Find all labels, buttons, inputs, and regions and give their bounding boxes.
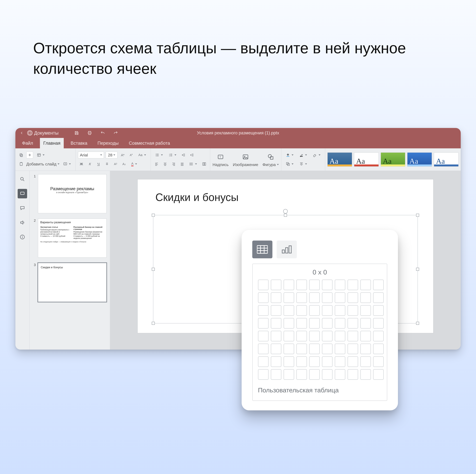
align-right-button[interactable] [170, 160, 177, 167]
font-size-select[interactable]: 28 [106, 152, 118, 158]
resize-handle[interactable] [152, 322, 155, 325]
grid-cell[interactable] [284, 356, 294, 367]
grid-cell[interactable] [309, 318, 320, 329]
menu-file[interactable]: Файл [19, 138, 36, 148]
grid-cell[interactable] [284, 369, 294, 380]
align-justify-button[interactable] [179, 160, 186, 167]
strike-button[interactable]: Т [103, 160, 110, 167]
grid-cell[interactable] [258, 344, 269, 354]
grid-cell[interactable] [360, 318, 371, 329]
grid-cell[interactable] [271, 356, 281, 367]
theme-option[interactable]: Aa [381, 152, 405, 167]
slide-thumbnail-selected[interactable]: Скидки и бонусы [38, 263, 107, 302]
grid-cell[interactable] [335, 356, 345, 367]
menu-collaborate[interactable]: Совместная работа [126, 138, 173, 148]
grid-cell[interactable] [360, 280, 371, 290]
grid-cell[interactable] [309, 280, 320, 290]
grid-cell[interactable] [296, 318, 307, 329]
resize-handle[interactable] [284, 214, 287, 217]
outline-color-button[interactable] [297, 152, 309, 158]
grid-cell[interactable] [360, 292, 371, 303]
grid-cell[interactable] [322, 292, 333, 303]
font-color-button[interactable]: A [129, 160, 139, 167]
grid-cell[interactable] [284, 280, 294, 290]
indent-button[interactable] [189, 152, 196, 158]
grid-cell[interactable] [309, 292, 320, 303]
grid-cell[interactable] [271, 369, 281, 380]
grid-cell[interactable] [296, 369, 307, 380]
grid-cell[interactable] [258, 280, 269, 290]
popup-tab-chart[interactable] [277, 241, 297, 258]
resize-handle[interactable] [416, 322, 419, 325]
grid-cell[interactable] [322, 305, 333, 316]
menu-insert[interactable]: Вставка [67, 138, 91, 148]
arrange-button[interactable] [284, 160, 296, 167]
new-slide-button[interactable] [26, 152, 33, 158]
textbox-button[interactable]: T [217, 152, 224, 162]
font-family-select[interactable]: Arial [78, 152, 104, 158]
grid-cell[interactable] [373, 292, 384, 303]
grid-cell[interactable] [271, 292, 281, 303]
rail-info[interactable] [18, 232, 27, 242]
grid-cell[interactable] [347, 344, 358, 354]
fill-color-button[interactable] [284, 152, 296, 158]
grid-cell[interactable] [322, 331, 333, 341]
number-list-button[interactable]: 123 [167, 152, 178, 158]
grid-cell[interactable] [309, 344, 320, 354]
grid-cell[interactable] [271, 305, 281, 316]
grid-cell[interactable] [335, 280, 345, 290]
grid-cell[interactable] [373, 331, 384, 341]
superscript-button[interactable]: A² [112, 160, 119, 167]
outdent-button[interactable] [180, 152, 187, 158]
grid-cell[interactable] [296, 292, 307, 303]
clear-format-button[interactable] [311, 152, 323, 158]
resize-handle[interactable] [152, 268, 155, 271]
start-slideshow-button[interactable] [61, 160, 73, 167]
resize-handle[interactable] [416, 214, 419, 217]
grid-cell[interactable] [284, 305, 294, 316]
grid-cell[interactable] [258, 292, 269, 303]
grid-cell[interactable] [271, 344, 281, 354]
popup-tab-table[interactable] [252, 241, 272, 258]
grid-cell[interactable] [322, 344, 333, 354]
rotate-handle[interactable] [283, 209, 288, 213]
grid-cell[interactable] [335, 292, 345, 303]
grid-cell[interactable] [309, 369, 320, 380]
grid-cell[interactable] [309, 356, 320, 367]
bold-button[interactable]: Ж [78, 160, 85, 167]
grid-cell[interactable] [309, 331, 320, 341]
grid-cell[interactable] [258, 356, 269, 367]
grid-cell[interactable] [258, 369, 269, 380]
grid-cell[interactable] [335, 318, 345, 329]
theme-option[interactable]: Aa [354, 152, 379, 167]
grid-cell[interactable] [322, 369, 333, 380]
grid-cell[interactable] [335, 305, 345, 316]
grid-cell[interactable] [296, 331, 307, 341]
slide-title[interactable]: Скидки и бонусы [155, 191, 238, 203]
slide-thumbnail[interactable]: Размещение рекламы в онлайн-журнале «Тур… [38, 174, 107, 213]
bullet-list-button[interactable] [153, 152, 165, 158]
grid-cell[interactable] [347, 305, 358, 316]
grid-cell[interactable] [284, 292, 294, 303]
shape-label[interactable]: Фигура [262, 162, 279, 167]
layout-button[interactable] [35, 152, 47, 158]
rail-search[interactable] [18, 175, 27, 184]
columns-button[interactable] [201, 160, 208, 167]
redo-button[interactable] [113, 130, 119, 136]
grid-cell[interactable] [296, 356, 307, 367]
grid-cell[interactable] [271, 331, 281, 341]
grid-cell[interactable] [347, 356, 358, 367]
grid-cell[interactable] [335, 331, 345, 341]
table-size-grid[interactable] [258, 280, 382, 380]
subscript-button[interactable]: A₂ [120, 160, 127, 167]
grid-cell[interactable] [347, 331, 358, 341]
theme-option[interactable]: Aa [407, 152, 432, 167]
grid-cell[interactable] [373, 369, 384, 380]
grid-cell[interactable] [258, 318, 269, 329]
align-left-button[interactable] [153, 160, 160, 167]
rail-speaker[interactable] [18, 218, 27, 227]
copy-button[interactable] [18, 152, 25, 158]
grid-cell[interactable] [347, 318, 358, 329]
grid-cell[interactable] [322, 280, 333, 290]
grid-cell[interactable] [360, 344, 371, 354]
